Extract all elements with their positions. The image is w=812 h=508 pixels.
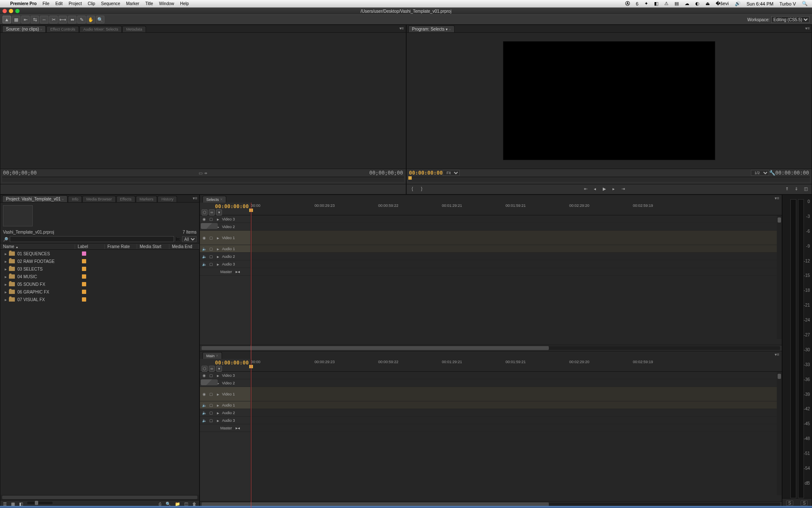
lock-icon[interactable]: ▢ (208, 254, 214, 259)
search-in-select[interactable]: All (182, 236, 197, 242)
timeline-ruler[interactable]: 00:0000:00:29:2300:00:59:2200:01:29:2100… (251, 359, 782, 371)
source-tc-left[interactable]: 00;00;00;00 (3, 170, 37, 176)
track-lane[interactable] (251, 379, 782, 387)
tab-effect-controls[interactable]: Effect Controls (46, 26, 79, 32)
volume-icon[interactable]: 🔊 (735, 1, 741, 6)
menu-sequence[interactable]: Sequence (101, 1, 120, 6)
collapse-icon[interactable] (215, 411, 220, 415)
twisty-icon[interactable]: ▸ (5, 274, 9, 279)
step-fwd-icon[interactable]: ▸ (610, 186, 617, 192)
speaker-icon[interactable]: 🔈 (202, 418, 207, 423)
track-lane[interactable] (251, 401, 782, 409)
program-zoom-select[interactable]: Fit (443, 170, 460, 176)
snap-icon[interactable]: ⬡ (202, 209, 208, 215)
track-lane[interactable] (251, 245, 782, 253)
wrench-icon[interactable]: 🔧 (769, 170, 775, 176)
bin-row[interactable]: ▸ 04 MUSIC (0, 273, 199, 280)
timeline-timecode[interactable]: 00:00:00:00 (202, 203, 249, 209)
bin-row[interactable]: ▸ 05 SOUND FX (0, 280, 199, 288)
tab-source-noclips[interactable]: Source: (no clips)× (2, 25, 46, 32)
menu-clip[interactable]: Clip (88, 1, 95, 6)
mark-out-icon[interactable]: } (419, 186, 425, 192)
export-frame-icon[interactable]: ◫ (802, 186, 809, 192)
workspace-select[interactable]: Editing (CS5.5) (771, 16, 809, 23)
source-marker-icon[interactable]: ▭ ↠ (199, 171, 207, 175)
track-head-master[interactable]: Master▸◂ (200, 424, 250, 432)
tab-markers[interactable]: Markers (136, 196, 157, 202)
track-head-audio3[interactable]: 🔈 ▢ Audio 3 (200, 417, 250, 424)
window-resize-handle[interactable] (0, 506, 812, 508)
slide-tool-icon[interactable]: ⬌ (68, 16, 76, 23)
track-head-audio3[interactable]: 🔈 ▢ Audio 3 (200, 260, 250, 268)
tab-media-browser[interactable]: Media Browser (82, 196, 115, 202)
track-head-audio1[interactable]: 🔈 ▢ Audio 1 (200, 401, 250, 409)
linked-selection-icon[interactable]: ∞ (209, 366, 215, 372)
timeline-hscroll[interactable] (202, 346, 780, 350)
track-head-video1[interactable]: ◉ ▢ Video 1 (200, 231, 250, 245)
tab-info[interactable]: Info (68, 196, 82, 202)
rolling-edit-tool-icon[interactable]: ⇆ (31, 16, 39, 23)
turbo-v[interactable]: Turbo V (779, 1, 796, 6)
lock-icon[interactable]: ▢ (208, 236, 214, 240)
solo-right-button[interactable]: S (801, 500, 808, 506)
program-scrub-bar[interactable] (408, 177, 810, 182)
tab-project[interactable]: Project: Vashi_Template_v01× (2, 195, 67, 202)
track-lane[interactable] (251, 387, 782, 401)
col-media-end[interactable]: Media End (169, 244, 199, 249)
thumbnail-size-slider[interactable] (27, 502, 53, 504)
spotlight-icon[interactable]: 🔍 (802, 1, 808, 6)
sequence-tab[interactable]: Selects× (202, 196, 226, 203)
hand-tool-icon[interactable]: ✋ (87, 16, 95, 23)
menu-title[interactable]: Title (145, 1, 153, 6)
lock-icon[interactable]: ▢ (208, 262, 214, 266)
extract-icon[interactable]: ⇓ (793, 186, 800, 192)
lock-icon[interactable]: ▢ (208, 418, 214, 423)
collapse-icon[interactable] (215, 236, 220, 240)
collapse-icon[interactable] (215, 373, 220, 378)
lock-icon[interactable]: ▢ (208, 247, 214, 251)
collapse-icon[interactable] (215, 247, 220, 251)
clock[interactable]: Sun 6:44 PM (747, 1, 774, 6)
lock-icon[interactable]: ▢ (208, 373, 214, 378)
track-lane[interactable] (251, 417, 782, 424)
tray-icon-3[interactable]: ⚠︎ (664, 1, 669, 6)
track-lane[interactable] (251, 260, 782, 268)
tray-icon-1[interactable]: ✦ (644, 1, 648, 6)
minimize-window-button[interactable] (9, 9, 13, 13)
master-lane[interactable] (251, 424, 782, 432)
marker-icon[interactable]: ▾ (216, 366, 222, 372)
track-lane[interactable] (251, 253, 782, 260)
playhead[interactable] (251, 359, 251, 508)
timeline-timecode[interactable]: 00:00:00:00 (202, 360, 249, 366)
eye-icon[interactable]: ◉ (202, 236, 207, 240)
eye-icon[interactable]: ◉ (202, 373, 207, 378)
lock-icon[interactable]: ▢ (208, 403, 214, 407)
twisty-icon[interactable]: ▸ (5, 251, 9, 256)
program-resolution-select[interactable]: 1/2 (751, 170, 769, 176)
speaker-icon[interactable]: 🔈 (202, 411, 207, 415)
collapse-icon[interactable] (215, 418, 220, 423)
selection-tool-icon[interactable]: ▲ (3, 16, 11, 23)
track-head-master[interactable]: Master▸◂ (200, 268, 250, 276)
menu-file[interactable]: File (42, 1, 49, 6)
col-name[interactable]: Name ▲ (0, 244, 75, 249)
panel-menu-icon[interactable]: ▾≡ (775, 196, 779, 200)
track-head-audio2[interactable]: 🔈 ▢ Audio 2 (200, 409, 250, 417)
tab-effects[interactable]: Effects (116, 196, 135, 202)
panel-menu-icon[interactable]: ▾≡ (399, 26, 404, 31)
track-lane[interactable] (251, 409, 782, 417)
lift-icon[interactable]: ⇑ (784, 186, 790, 192)
panel-menu-icon[interactable]: ▾≡ (775, 352, 779, 357)
tray-icon-4[interactable]: ▤ (674, 1, 679, 6)
lock-icon[interactable]: ▢ (208, 392, 214, 396)
source-tc-right[interactable]: 00;00;00;00 (369, 170, 403, 176)
collapse-icon[interactable] (215, 262, 220, 266)
twisty-icon[interactable]: ▸ (5, 259, 9, 264)
track-head-video3[interactable]: ◉ ▢ Video 3 (200, 372, 250, 379)
close-window-button[interactable] (3, 9, 7, 13)
tray-icon-2[interactable]: ◧ (654, 1, 658, 6)
menu-edit[interactable]: Edit (55, 1, 62, 6)
twisty-icon[interactable]: ▸ (5, 282, 9, 287)
speaker-icon[interactable]: 🔈 (202, 403, 207, 407)
tray-icon-eject[interactable]: ⏏ (705, 1, 710, 6)
